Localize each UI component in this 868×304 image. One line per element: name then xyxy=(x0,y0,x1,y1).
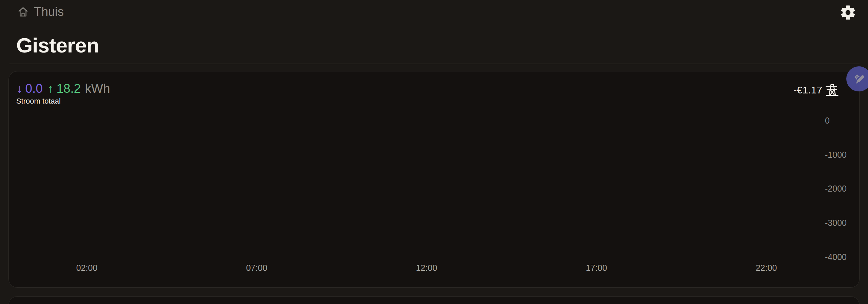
edit-pen-icon xyxy=(851,71,867,87)
settings-button[interactable] xyxy=(839,3,857,22)
y-axis-tick-label: -1000 xyxy=(825,150,847,160)
cost-value: -€1.17 xyxy=(793,84,822,96)
next-card xyxy=(8,296,860,304)
arrow-up-icon: ↑ xyxy=(47,81,54,96)
y-axis-tick-label: -3000 xyxy=(825,218,847,228)
energy-card xyxy=(8,71,860,288)
y-axis-tick-label: -4000 xyxy=(825,252,847,262)
x-axis-tick-label: 12:00 xyxy=(416,263,437,273)
y-axis-tick-label: 0 xyxy=(825,115,830,126)
transmission-tower-icon xyxy=(825,83,839,97)
page-title: Gisteren xyxy=(16,33,99,57)
x-axis-tick-label: 17:00 xyxy=(586,263,607,273)
stats-label: Stroom totaal xyxy=(16,97,110,106)
top-bar: Thuis xyxy=(0,0,868,24)
settings-gear-icon xyxy=(840,4,856,21)
energy-stats: ↓ 0.0 ↑ 18.2 kWh Stroom totaal xyxy=(16,81,110,106)
home-icon xyxy=(17,6,29,18)
energy-unit: kWh xyxy=(85,81,110,96)
x-axis-tick-label: 07:00 xyxy=(246,263,268,273)
title-divider xyxy=(9,64,860,64)
x-axis-tick-label: 22:00 xyxy=(756,263,777,273)
x-axis-tick-label: 02:00 xyxy=(76,263,98,273)
edit-dashboard-button[interactable] xyxy=(846,66,868,91)
location-name: Thuis xyxy=(34,5,64,19)
y-axis-tick-label: -2000 xyxy=(825,183,847,194)
breadcrumb-home[interactable]: Thuis xyxy=(17,5,64,19)
arrow-down-icon: ↓ xyxy=(16,81,23,96)
produced-value: 18.2 xyxy=(56,81,81,96)
consumed-value: 0.0 xyxy=(25,81,43,96)
cost-row: -€1.17 xyxy=(793,83,844,97)
